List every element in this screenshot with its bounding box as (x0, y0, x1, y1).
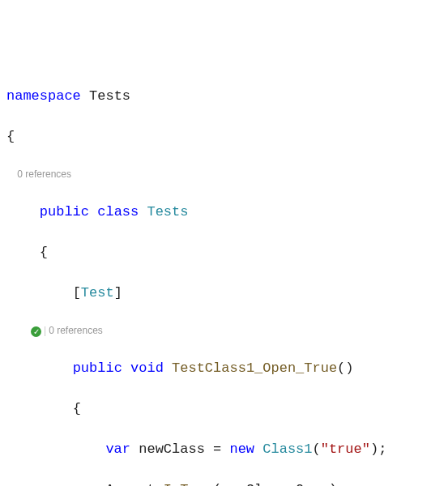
ctor-type: Class1 (262, 441, 312, 457)
parens: () (337, 360, 353, 376)
paren-close: ) (329, 482, 337, 486)
brace-open: { (40, 245, 48, 260)
keyword-class: class (97, 204, 139, 220)
codelens-line[interactable]: ✓|0 references (6, 323, 442, 338)
codelens-line[interactable]: 0 references (6, 167, 442, 181)
code-line[interactable]: [Test] (6, 283, 442, 303)
paren-open: ( (213, 482, 221, 486)
semicolon: ; (378, 441, 386, 457)
variable-ref: newClass (221, 482, 288, 486)
keyword-public: public (40, 204, 89, 220)
code-line[interactable]: Assert.IsTrue(newClass.Open); (6, 480, 442, 486)
equals: = (205, 441, 230, 457)
property-name: Open (296, 482, 329, 486)
class-name: Tests (147, 204, 188, 220)
keyword-namespace: namespace (6, 88, 81, 104)
brace-open: { (73, 401, 81, 416)
code-line[interactable]: { (6, 242, 442, 262)
semicolon: ; (337, 482, 345, 486)
code-line[interactable]: var newClass = new Class1("true"); (6, 439, 442, 459)
keyword-new: new (229, 441, 254, 457)
code-line[interactable]: { (6, 399, 442, 419)
variable-name: newClass (139, 441, 205, 457)
assert-method: IsTrue (164, 482, 213, 486)
codelens-references[interactable]: 0 references (17, 168, 71, 180)
codelens-separator: | (44, 325, 46, 336)
code-line[interactable]: namespace Tests (6, 86, 442, 106)
attribute-name: Test (81, 285, 114, 301)
code-line[interactable]: public void TestClass1_Open_True() (6, 358, 442, 378)
code-line[interactable]: public class Tests (6, 202, 442, 222)
string-literal: "true" (321, 441, 370, 457)
code-line[interactable]: { (6, 126, 442, 147)
dot: . (156, 482, 164, 486)
keyword-public: public (73, 360, 122, 376)
paren-open: ( (313, 441, 321, 457)
dot: . (288, 482, 296, 486)
namespace-name: Tests (89, 88, 130, 104)
test-pass-icon[interactable]: ✓ (31, 326, 41, 337)
attr-bracket-open: [ (73, 285, 81, 301)
keyword-void: void (130, 360, 164, 376)
brace-open: { (6, 129, 15, 144)
assert-type: Assert (105, 482, 155, 486)
keyword-var: var (105, 441, 130, 457)
attr-bracket-close: ] (114, 285, 122, 301)
method-name: TestClass1_Open_True (172, 360, 337, 376)
paren-close: ) (370, 441, 378, 457)
codelens-references[interactable]: 0 references (49, 325, 103, 336)
